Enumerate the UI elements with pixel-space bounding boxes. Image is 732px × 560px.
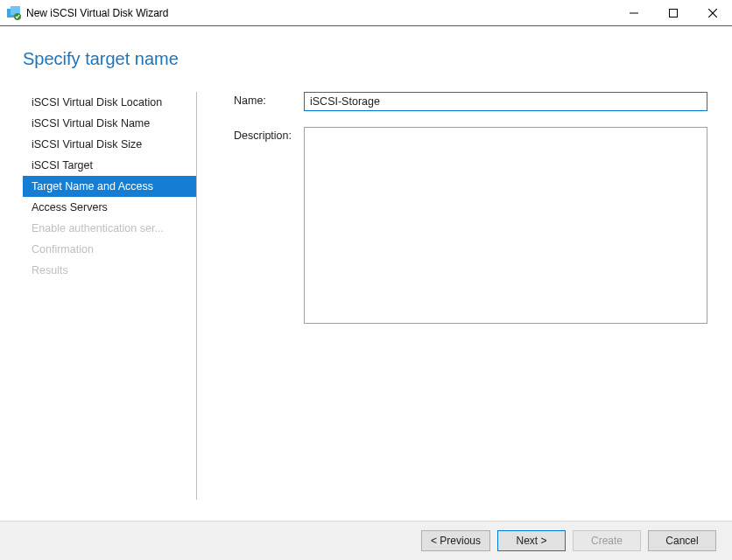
maximize-button[interactable] [653,0,693,26]
step-disk-name[interactable]: iSCSI Virtual Disk Name [23,113,196,134]
svg-rect-4 [669,9,677,17]
window-title: New iSCSI Virtual Disk Wizard [26,7,168,19]
app-icon [7,6,21,20]
body: iSCSI Virtual Disk Location iSCSI Virtua… [0,69,732,500]
description-textarea[interactable] [304,127,707,324]
page-title: Specify target name [0,26,732,69]
cancel-button[interactable]: Cancel [648,530,716,551]
step-results: Results [23,260,196,281]
step-confirmation: Confirmation [23,239,196,260]
footer: < Previous Next > Create Cancel [0,521,732,560]
step-authentication: Enable authentication ser... [23,218,196,239]
step-target-name[interactable]: Target Name and Access [23,176,196,197]
titlebar: New iSCSI Virtual Disk Wizard [0,0,732,26]
previous-button[interactable]: < Previous [421,530,490,551]
step-access-servers[interactable]: Access Servers [23,197,196,218]
form-area: Name: Description: [197,92,707,500]
minimize-button[interactable] [614,0,653,26]
next-button[interactable]: Next > [497,530,566,551]
description-label: Description: [234,127,304,142]
name-label: Name: [234,92,304,107]
wizard-steps-sidebar: iSCSI Virtual Disk Location iSCSI Virtua… [23,92,197,500]
close-button[interactable] [693,0,732,26]
step-disk-size[interactable]: iSCSI Virtual Disk Size [23,134,196,155]
name-input[interactable] [304,92,707,111]
step-disk-location[interactable]: iSCSI Virtual Disk Location [23,92,196,113]
create-button: Create [573,530,641,551]
step-iscsi-target[interactable]: iSCSI Target [23,155,196,176]
